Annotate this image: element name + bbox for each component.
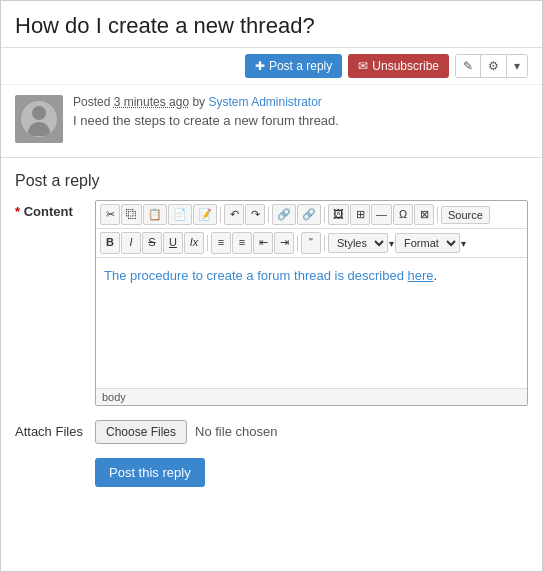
source-button[interactable]: Source	[441, 206, 490, 224]
content-field-label: Content	[24, 204, 73, 219]
paste-word-button[interactable]: 📝	[193, 204, 217, 225]
submit-row: Post this reply	[15, 458, 528, 487]
editor-container: ✂ ⿻ 📋 📄 📝 ↶ ↷ 🔗 🔗 🖼 ⊞ — Ω ⊠	[95, 200, 528, 406]
undo-button[interactable]: ↶	[224, 204, 244, 225]
toolbar-separator-4	[437, 207, 438, 223]
bold-button[interactable]: B	[100, 232, 120, 253]
time-ago: 3 minutes ago	[114, 95, 189, 109]
post-meta: Posted 3 minutes ago by System Administr…	[73, 95, 528, 109]
styles-arrow: ▾	[389, 238, 394, 249]
mail-icon: ✉	[358, 59, 368, 73]
editor-toolbar-row1: ✂ ⿻ 📋 📄 📝 ↶ ↷ 🔗 🔗 🖼 ⊞ — Ω ⊠	[96, 201, 527, 229]
decrease-indent-button[interactable]: ⇤	[253, 232, 273, 253]
link-button[interactable]: 🔗	[272, 204, 296, 225]
unordered-list-button[interactable]: ≡	[232, 232, 252, 253]
editor-text-prefix: The procedure to create a forum thread i…	[104, 268, 408, 283]
content-field: ✂ ⿻ 📋 📄 📝 ↶ ↷ 🔗 🔗 🖼 ⊞ — Ω ⊠	[95, 200, 528, 406]
author-link[interactable]: System Administrator	[208, 95, 321, 109]
top-actions-bar: ✚ Post a reply ✉ Unsubscribe ✎ ⚙ ▾	[1, 48, 542, 85]
post-row: Posted 3 minutes ago by System Administr…	[1, 85, 542, 153]
toolbar-separator-5	[207, 235, 208, 251]
post-reply-button[interactable]: ✚ Post a reply	[245, 54, 342, 78]
avatar-image	[21, 101, 57, 137]
format-arrow: ▾	[461, 238, 466, 249]
toolbar-separator-1	[220, 207, 221, 223]
post-info: Posted 3 minutes ago by System Administr…	[73, 95, 528, 128]
editor-here-link[interactable]: here	[408, 268, 434, 283]
post-content: I need the steps to create a new forum t…	[73, 113, 528, 128]
utility-button-group: ✎ ⚙ ▾	[455, 54, 528, 78]
styles-select[interactable]: Styles	[328, 233, 388, 253]
remove-format-button[interactable]: Ix	[184, 232, 204, 253]
chevron-down-icon: ▾	[514, 59, 520, 73]
reply-section: Post a reply * Content ✂ ⿻ 📋 📄 📝 ↶ ↷	[1, 162, 542, 497]
post-reply-label: Post a reply	[269, 59, 332, 73]
no-file-chosen-text: No file chosen	[195, 424, 277, 439]
paste-button[interactable]: 📋	[143, 204, 167, 225]
ordered-list-button[interactable]: ≡	[211, 232, 231, 253]
plus-icon: ✚	[255, 59, 265, 73]
by-label: by	[192, 95, 205, 109]
avatar	[15, 95, 63, 143]
attach-files-label: Attach Files	[15, 424, 85, 439]
table-button[interactable]: ⊞	[350, 204, 370, 225]
page-header: How do I create a new thread?	[1, 1, 542, 48]
page-title: How do I create a new thread?	[15, 13, 528, 39]
editor-footer: body	[96, 388, 527, 405]
reply-section-title: Post a reply	[15, 172, 528, 190]
special-char-button[interactable]: Ω	[393, 204, 413, 225]
unsubscribe-label: Unsubscribe	[372, 59, 439, 73]
edit-icon-button[interactable]: ✎	[456, 55, 481, 77]
blockquote-button[interactable]: "	[301, 232, 321, 253]
redo-button[interactable]: ↷	[245, 204, 265, 225]
underline-button[interactable]: U	[163, 232, 183, 253]
italic-button[interactable]: I	[121, 232, 141, 253]
chevron-down-icon-button[interactable]: ▾	[507, 55, 527, 77]
maximize-button[interactable]: ⊠	[414, 204, 434, 225]
post-this-reply-button[interactable]: Post this reply	[95, 458, 205, 487]
required-star: *	[15, 204, 20, 219]
toolbar-separator-6	[297, 235, 298, 251]
toolbar-separator-2	[268, 207, 269, 223]
hr-button[interactable]: —	[371, 204, 392, 225]
avatar-body-shape	[28, 122, 50, 136]
content-form-row: * Content ✂ ⿻ 📋 📄 📝 ↶ ↷ 🔗 🔗	[15, 200, 528, 406]
increase-indent-button[interactable]: ⇥	[274, 232, 294, 253]
avatar-head-shape	[32, 106, 46, 120]
paste-text-button[interactable]: 📄	[168, 204, 192, 225]
attach-field: Choose Files No file chosen	[95, 420, 277, 444]
editor-period: .	[434, 268, 438, 283]
content-label: * Content	[15, 200, 85, 406]
posted-label: Posted	[73, 95, 110, 109]
unsubscribe-button[interactable]: ✉ Unsubscribe	[348, 54, 449, 78]
choose-files-button[interactable]: Choose Files	[95, 420, 187, 444]
editor-body-tag: body	[102, 391, 126, 403]
edit-icon: ✎	[463, 59, 473, 73]
format-select[interactable]: Format	[395, 233, 460, 253]
image-button[interactable]: 🖼	[328, 204, 349, 225]
copy-button[interactable]: ⿻	[121, 204, 142, 225]
editor-content[interactable]: The procedure to create a forum thread i…	[96, 258, 527, 388]
section-divider	[1, 157, 542, 158]
strikethrough-button[interactable]: S	[142, 232, 162, 253]
cut-button[interactable]: ✂	[100, 204, 120, 225]
gear-icon-button[interactable]: ⚙	[481, 55, 507, 77]
gear-icon: ⚙	[488, 59, 499, 73]
editor-toolbar-row2: B I S U Ix ≡ ≡ ⇤ ⇥ " Styles ▾	[96, 229, 527, 257]
toolbar-separator-7	[324, 235, 325, 251]
attach-files-row: Attach Files Choose Files No file chosen	[15, 420, 528, 444]
toolbar-separator-3	[324, 207, 325, 223]
unlink-button[interactable]: 🔗	[297, 204, 321, 225]
